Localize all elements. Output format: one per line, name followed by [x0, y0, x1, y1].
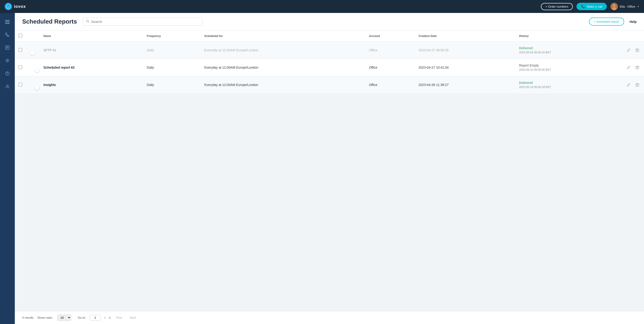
phone-nav-icon: [5, 32, 10, 38]
svg-rect-7: [5, 23, 10, 24]
col-account: Account: [365, 30, 415, 42]
sidebar-item-user[interactable]: [2, 81, 13, 92]
svg-rect-6: [5, 22, 10, 22]
col-checkbox: [15, 30, 26, 42]
row-name: Insights: [40, 76, 143, 94]
settings-icon: [5, 58, 10, 64]
goto-page-input[interactable]: 1: [90, 315, 101, 320]
row-account: Office: [365, 59, 415, 76]
delete-button[interactable]: [634, 64, 640, 70]
add-scheduled-report-button[interactable]: + scheduled report: [589, 18, 624, 26]
row-toggle-cell: [26, 59, 40, 76]
col-scheduled-for: Scheduled for: [201, 30, 365, 42]
svg-line-17: [88, 22, 89, 23]
row-checkbox-cell: [15, 76, 26, 94]
row-name: SFTP 01: [40, 42, 143, 59]
col-actions: [621, 30, 644, 42]
logo-text: iovox: [14, 4, 26, 9]
row-checkbox[interactable]: [18, 66, 22, 69]
table-footer: 3 results Show rows: 10 25 50 100 Go to:…: [15, 311, 644, 324]
top-navigation: io iovox + Order numbers 📞 Make a call E…: [0, 0, 644, 13]
search-input[interactable]: [91, 20, 199, 24]
row-history: Report Empty 2023-05-10 00:00:06 BST: [515, 59, 621, 76]
row-toggle-cell: [26, 76, 40, 94]
svg-point-14: [7, 74, 8, 74]
scheduled-reports-table: Name Frequency Scheduled for Account Cre…: [15, 30, 644, 94]
page-title: Scheduled Reports: [22, 18, 77, 25]
delete-button[interactable]: [634, 82, 640, 88]
sidebar: [0, 13, 15, 324]
sidebar-item-reports[interactable]: [2, 42, 13, 54]
order-numbers-button[interactable]: + Order numbers: [541, 3, 573, 10]
goto-label: Go to:: [78, 316, 86, 320]
prev-page-button[interactable]: Prev: [114, 315, 124, 320]
table-row: Insights Daily Everyday at 12:00AM Europ…: [15, 76, 644, 94]
make-call-button[interactable]: 📞 Make a call: [576, 3, 607, 10]
row-actions: [621, 59, 644, 76]
svg-text:io: io: [8, 6, 10, 8]
row-creation-date: 2023-04-27 10:41:04: [415, 59, 516, 76]
svg-point-3: [613, 4, 616, 7]
svg-rect-18: [636, 49, 639, 52]
table-area: Name Frequency Scheduled for Account Cre…: [15, 30, 644, 311]
svg-point-12: [7, 60, 8, 61]
row-checkbox[interactable]: [18, 48, 22, 52]
help-icon: [5, 71, 10, 77]
rows-per-page-select[interactable]: 10 25 50 100: [57, 314, 71, 321]
row-scheduled-for: Everyday at 12:00AM Europe/London: [201, 42, 365, 59]
row-frequency: Daily: [143, 59, 201, 76]
page-separator: /: [104, 316, 106, 320]
chevron-down-icon: ▼: [637, 5, 640, 8]
logo-icon: io: [4, 3, 12, 10]
table-row: Scheduled report 63 Daily Everyday at 12…: [15, 59, 644, 76]
col-name: Name: [40, 30, 143, 42]
show-rows-label: Show rows:: [37, 316, 53, 320]
row-account: Office: [365, 76, 415, 94]
avatar: [610, 3, 618, 10]
row-frequency: Daily: [143, 76, 201, 94]
row-checkbox[interactable]: [18, 83, 22, 86]
help-link[interactable]: Help: [630, 20, 636, 24]
results-count: 3 results: [22, 316, 34, 320]
row-checkbox-cell: [15, 59, 26, 76]
row-name: Scheduled report 63: [40, 59, 143, 76]
search-icon: [86, 20, 89, 24]
col-history: History: [515, 30, 621, 42]
row-toggle-cell: [26, 42, 40, 59]
edit-button[interactable]: [626, 82, 632, 88]
sidebar-item-menu[interactable]: [2, 17, 13, 28]
row-scheduled-for: Everyday at 12:00AM Europe/London: [201, 76, 365, 94]
select-all-checkbox[interactable]: [18, 34, 22, 38]
row-creation-date: 2023-04-28 11:38:27: [415, 76, 516, 94]
row-checkbox-cell: [15, 42, 26, 59]
table-row: SFTP 01 Daily Everyday at 12:00AM Europe…: [15, 42, 644, 59]
sidebar-item-help[interactable]: [2, 68, 13, 80]
edit-button[interactable]: [626, 47, 632, 53]
phone-icon: 📞: [581, 4, 585, 8]
total-pages: 1: [109, 316, 110, 320]
reports-icon: [5, 45, 10, 51]
col-toggle: [26, 30, 40, 42]
row-actions: [621, 76, 644, 94]
row-history: Delivered 2023-05-10 00:00:18 BST: [515, 76, 621, 94]
sidebar-item-settings[interactable]: [2, 56, 13, 66]
row-creation-date: 2023-04-27 08:58:45: [415, 42, 516, 59]
user-nav-icon: [5, 84, 10, 90]
svg-rect-24: [636, 84, 639, 86]
svg-rect-5: [5, 20, 10, 21]
svg-point-15: [6, 85, 8, 87]
logo: io iovox: [4, 3, 26, 10]
sidebar-item-calls[interactable]: [2, 30, 13, 41]
col-creation-date: Creation Date: [415, 30, 516, 42]
delete-button[interactable]: [634, 47, 640, 53]
row-scheduled-for: Everyday at 12:00AM Europe/London: [201, 59, 365, 76]
svg-rect-21: [636, 66, 639, 69]
next-page-button[interactable]: Next: [128, 315, 138, 320]
content-area: Scheduled Reports + scheduled report Hel…: [15, 13, 644, 324]
user-menu[interactable]: Ella - Office ▼: [610, 3, 640, 10]
row-frequency: Daily: [143, 42, 201, 59]
row-actions: [621, 42, 644, 59]
row-account: Office: [365, 42, 415, 59]
col-frequency: Frequency: [143, 30, 201, 42]
edit-button[interactable]: [626, 64, 632, 70]
